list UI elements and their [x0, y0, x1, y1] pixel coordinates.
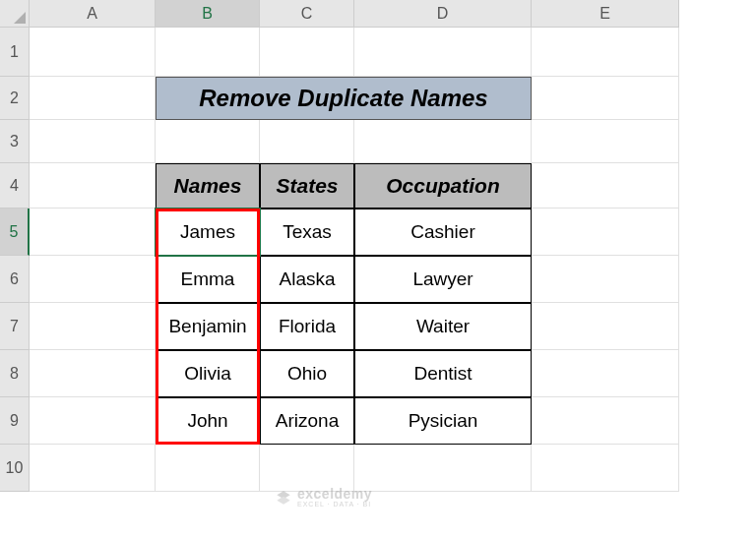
header-names[interactable]: Names [156, 163, 260, 209]
cell-A6[interactable] [30, 256, 156, 303]
cell-D1[interactable] [354, 28, 532, 77]
column-header-E[interactable]: E [532, 0, 679, 28]
cell-E7[interactable] [532, 303, 679, 350]
cell-occupation-4[interactable]: Pysician [354, 397, 532, 445]
spreadsheet: ABCDE 12345678910 Remove Duplicate Names… [0, 0, 756, 537]
cell-E10[interactable] [532, 445, 679, 492]
cell-E5[interactable] [532, 209, 679, 256]
cell-E2[interactable] [532, 77, 679, 120]
watermark-main: exceldemy [297, 487, 372, 501]
cell-A3[interactable] [30, 120, 156, 163]
cell-occupation-3[interactable]: Dentist [354, 350, 532, 397]
row-header-4[interactable]: 4 [0, 163, 30, 209]
row-header-7[interactable]: 7 [0, 303, 30, 350]
row-headers: 12345678910 [0, 28, 30, 492]
cell-state-1[interactable]: Alaska [260, 256, 354, 303]
cell-name-2[interactable]: Benjamin [156, 303, 260, 350]
cell-state-0[interactable]: Texas [260, 209, 354, 256]
cell-A2[interactable] [30, 77, 156, 120]
column-header-C[interactable]: C [260, 0, 354, 28]
column-headers: ABCDE [30, 0, 679, 28]
cell-name-3[interactable]: Olivia [156, 350, 260, 397]
row-header-1[interactable]: 1 [0, 28, 30, 77]
cell-B3[interactable] [156, 120, 260, 163]
cell-occupation-2[interactable]: Waiter [354, 303, 532, 350]
row-header-5[interactable]: 5 [0, 209, 30, 256]
cell-A10[interactable] [30, 445, 156, 492]
header-occupation[interactable]: Occupation [354, 163, 532, 209]
cell-E1[interactable] [532, 28, 679, 77]
column-header-B[interactable]: B [156, 0, 260, 28]
cell-E3[interactable] [532, 120, 679, 163]
cell-D3[interactable] [354, 120, 532, 163]
cell-B10[interactable] [156, 445, 260, 492]
row-header-9[interactable]: 9 [0, 397, 30, 445]
cell-E8[interactable] [532, 350, 679, 397]
cell-occupation-0[interactable]: Cashier [354, 209, 532, 256]
cell-C1[interactable] [260, 28, 354, 77]
cell-A7[interactable] [30, 303, 156, 350]
cell-C10[interactable] [260, 445, 354, 492]
header-states[interactable]: States [260, 163, 354, 209]
row-header-6[interactable]: 6 [0, 256, 30, 303]
row-header-2[interactable]: 2 [0, 77, 30, 120]
cell-E9[interactable] [532, 397, 679, 445]
cell-name-4[interactable]: John [156, 397, 260, 445]
column-header-A[interactable]: A [30, 0, 156, 28]
row-header-3[interactable]: 3 [0, 120, 30, 163]
cell-grid: Remove Duplicate NamesNamesStatesOccupat… [30, 28, 679, 492]
row-header-8[interactable]: 8 [0, 350, 30, 397]
cell-B1[interactable] [156, 28, 260, 77]
cell-A4[interactable] [30, 163, 156, 209]
cell-E4[interactable] [532, 163, 679, 209]
column-header-D[interactable]: D [354, 0, 532, 28]
watermark: exceldemy EXCEL · DATA · BI [276, 487, 372, 507]
cell-A5[interactable] [30, 209, 156, 256]
title-cell[interactable]: Remove Duplicate Names [156, 77, 532, 120]
svg-marker-0 [14, 12, 26, 24]
cell-A8[interactable] [30, 350, 156, 397]
svg-marker-2 [277, 496, 289, 504]
cell-occupation-1[interactable]: Lawyer [354, 256, 532, 303]
cell-state-3[interactable]: Ohio [260, 350, 354, 397]
cell-E6[interactable] [532, 256, 679, 303]
cell-state-4[interactable]: Arizona [260, 397, 354, 445]
row-header-10[interactable]: 10 [0, 445, 30, 492]
cell-name-0[interactable]: James [156, 209, 260, 256]
cell-name-1[interactable]: Emma [156, 256, 260, 303]
watermark-sub: EXCEL · DATA · BI [297, 501, 372, 507]
cell-A9[interactable] [30, 397, 156, 445]
exceldemy-logo-icon [276, 490, 291, 506]
cell-A1[interactable] [30, 28, 156, 77]
cell-C3[interactable] [260, 120, 354, 163]
cell-D10[interactable] [354, 445, 532, 492]
cell-state-2[interactable]: Florida [260, 303, 354, 350]
select-all-corner[interactable] [0, 0, 30, 28]
